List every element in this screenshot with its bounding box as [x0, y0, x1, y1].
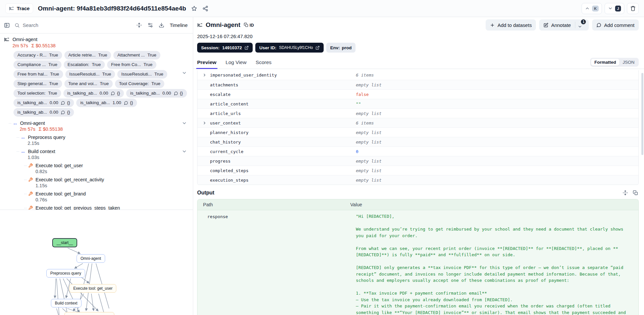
score-badge[interactable]: Tool selection:True [13, 89, 61, 98]
span-list: ↔Omni-agent2m 57sΣ $0.55138↔Preprocess q… [4, 120, 193, 210]
delete-trace-button[interactable] [627, 3, 639, 14]
copy-icon[interactable] [633, 190, 638, 195]
agent-graph[interactable]: __start__Omni-agentPreprocess queryExecu… [0, 210, 193, 315]
score-badge[interactable]: is_talking_ab...0.00{} [126, 89, 187, 98]
trace-span-row[interactable]: Execute tool: get_user0.82s [4, 162, 193, 175]
user-id-badge[interactable]: User ID: SDAHUSLy9f1CHo [255, 43, 324, 53]
input-table-row: progressempty list [197, 156, 638, 166]
score-badge[interactable]: IssueResoluti...True [65, 70, 115, 79]
input-key: chat_history [210, 140, 356, 145]
input-key: planner_history [210, 130, 356, 135]
share-icon[interactable] [202, 6, 208, 11]
star-icon[interactable] [191, 6, 197, 11]
tab-scores[interactable]: Scores [256, 56, 271, 69]
external-link-icon [315, 46, 320, 50]
chevron-down-icon[interactable] [182, 149, 187, 154]
output-table-row: response"Hi [REDACTED], We understand yo… [197, 210, 638, 315]
arrows-left-right-icon: ↔ [20, 149, 26, 154]
search-input[interactable]: Search [14, 22, 38, 28]
trace-span-row[interactable]: ↔Preprocess query2.15s [4, 134, 193, 146]
add-comment-button[interactable]: Add comment [592, 19, 639, 31]
session-badge[interactable]: Session: 14910372 [197, 43, 253, 53]
input-key: completed_steps [210, 168, 356, 173]
panel-left-icon[interactable] [4, 22, 10, 28]
timeline-toggle[interactable]: Timeline [170, 23, 188, 28]
score-badge[interactable]: is_talking_ab...0.00{} [13, 108, 74, 117]
input-key: progress [210, 159, 356, 164]
input-key: impersonated_user_identity [210, 73, 356, 78]
score-badge[interactable]: Tone and voi...True [64, 79, 113, 88]
tab-log-view[interactable]: Log View [226, 56, 246, 69]
comment-icon [174, 91, 178, 96]
graph-node-build[interactable]: Build context [51, 299, 81, 307]
format-option-json[interactable]: JSON [619, 59, 638, 66]
chevron-down-icon[interactable] [182, 70, 187, 76]
input-table-row: planner_historyempty list [197, 127, 638, 137]
format-option-formatted[interactable]: Formatted [591, 59, 619, 66]
output-col-value: Value [350, 202, 362, 207]
fold-vertical-icon[interactable] [136, 22, 142, 28]
wrench-icon [28, 177, 33, 182]
output-value: "Hi [REDACTED], We understand you’re try… [356, 213, 638, 315]
trace-detail-panel: Omni-agent ID Add to datasets [193, 17, 644, 315]
score-badge[interactable]: Free from Co...True [107, 60, 156, 69]
wrench-icon [28, 206, 33, 210]
score-badge[interactable]: Step generat...True [13, 79, 62, 88]
trace-span-row[interactable]: ↔Omni-agent2m 57sΣ $0.55138 [4, 120, 193, 132]
graph-node-user[interactable]: Execute tool: get_user [69, 284, 116, 293]
input-key: user_context [210, 121, 356, 125]
input-table-row[interactable]: user_context6 items [197, 118, 638, 127]
input-table-row: completed_stepsempty list [197, 166, 638, 175]
unfold-vertical-icon[interactable] [623, 190, 628, 195]
annotate-button[interactable]: Annotate [539, 19, 575, 31]
graph-node-partial[interactable] [64, 312, 114, 315]
score-badge[interactable]: Attachment ...True [113, 51, 160, 59]
annotate-dropdown-button[interactable]: 1 [575, 21, 589, 29]
trace-chip[interactable]: Trace [5, 3, 33, 13]
chevron-down-icon[interactable] [182, 121, 187, 126]
score-badge[interactable]: is_talking_ab...0.00{} [13, 99, 74, 107]
input-value: empty list [356, 168, 638, 173]
tree-root-row[interactable]: Omni-agent [4, 36, 193, 43]
copy-id-button[interactable]: ID [244, 23, 254, 28]
score-badge[interactable]: IssueResoluti...True [117, 70, 167, 79]
root-duration: 2m 57s [12, 43, 28, 49]
score-badge[interactable]: is_talking_ab...0.00{} [63, 89, 124, 98]
input-value: empty list [356, 178, 638, 183]
list-tree-icon [4, 37, 10, 42]
input-value: 6 items [356, 73, 638, 78]
copy-icon [244, 23, 248, 27]
trace-label: Trace [17, 6, 30, 11]
trace-timestamp: 2025-12-16 07:26:47.820 [197, 34, 639, 40]
format-toggle: Formatted JSON [590, 58, 639, 67]
output-table: Path Value response"Hi [REDACTED], We un… [197, 199, 639, 315]
score-badge[interactable]: Escalation:True [64, 60, 105, 69]
graph-node-pre[interactable]: Preprocess query [46, 269, 85, 278]
graph-node-omni[interactable]: Omni-agent [77, 254, 105, 263]
trace-span-row[interactable]: Execute tool: get_recent_activity1.15s [4, 176, 193, 189]
score-badge[interactable]: Article retrie...True [64, 51, 111, 59]
trace-span-row[interactable]: Execute tool: get_brand0.76s [4, 191, 193, 203]
settings-sliders-icon[interactable] [148, 22, 153, 28]
score-badge[interactable]: is_talking_ab...1.00{} [76, 99, 137, 107]
trace-span-row[interactable]: ↔Build context1.03s [4, 148, 193, 161]
scrollbar-thumb[interactable] [641, 73, 643, 155]
prev-trace-button[interactable]: K [582, 3, 602, 14]
download-icon[interactable] [159, 22, 164, 28]
preview-pane: impersonated_user_identity6 itemsattachm… [193, 69, 644, 315]
chevron-right-icon[interactable] [197, 73, 210, 77]
trace-span-row[interactable]: Execute tool: get_previous_steps_taken1.… [4, 205, 193, 210]
tab-preview[interactable]: Preview [197, 56, 217, 69]
score-badge[interactable]: Tool Coverage:True [115, 79, 164, 88]
input-table-row[interactable]: impersonated_user_identity6 items [197, 70, 638, 80]
score-badge[interactable]: Accuracy - R...True [13, 51, 62, 59]
add-to-datasets-button[interactable]: Add to datasets [486, 19, 536, 31]
external-link-icon [244, 46, 249, 50]
graph-node-start[interactable]: __start__ [52, 238, 77, 247]
search-icon [14, 23, 20, 28]
next-trace-button[interactable]: J [605, 3, 624, 14]
score-badge[interactable]: Free from hal...True [13, 70, 63, 79]
score-badge[interactable]: Compliance ...True [13, 60, 61, 69]
chevron-right-icon[interactable] [197, 121, 210, 125]
input-key: execution_steps [210, 178, 356, 183]
